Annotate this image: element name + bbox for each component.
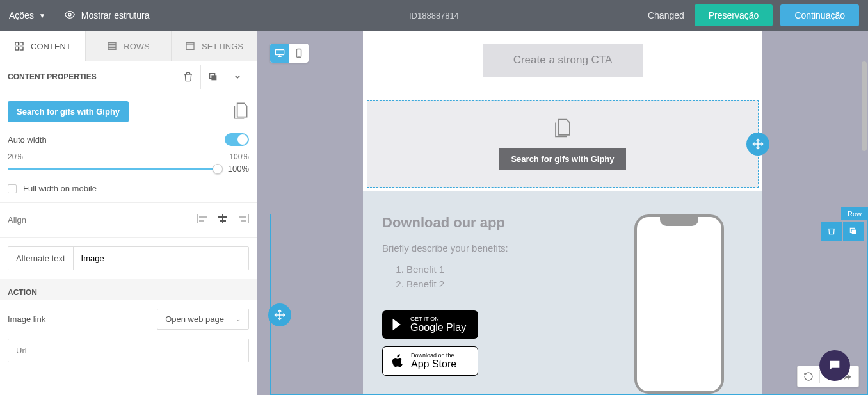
width-slider[interactable]: 20% 100% 100% <box>8 152 249 173</box>
files-icon[interactable] <box>232 101 249 123</box>
chat-button[interactable] <box>819 350 850 381</box>
delete-button[interactable] <box>176 65 200 89</box>
tab-settings[interactable]: SETTINGS <box>172 31 257 61</box>
tab-settings-label: SETTINGS <box>202 42 243 51</box>
viewport-toggle <box>270 44 309 63</box>
download-column: Download our app Briefly describe your b… <box>382 214 596 394</box>
grid-icon <box>14 41 24 51</box>
tab-content[interactable]: CONTENT <box>0 31 86 61</box>
desktop-icon <box>275 49 285 58</box>
mobile-view-button[interactable] <box>289 44 309 63</box>
svg-rect-14 <box>199 220 204 222</box>
show-structure-label: Mostrar estrutura <box>81 10 150 20</box>
move-handle[interactable] <box>746 133 769 156</box>
row-duplicate-button[interactable] <box>843 222 864 241</box>
appstore-small-text: Download on the <box>411 352 456 359</box>
slider-min-label: 20% <box>8 152 23 161</box>
align-center-button[interactable] <box>217 214 229 225</box>
url-input[interactable] <box>8 339 249 362</box>
image-link-select[interactable]: Open web page ⌄ <box>157 309 249 330</box>
history-button[interactable] <box>800 369 817 384</box>
app-store-badge[interactable]: Download on the App Store <box>382 346 478 376</box>
slider-value: 100% <box>228 164 249 173</box>
alt-text-label: Alternate text <box>8 247 74 270</box>
chevron-down-icon: ▼ <box>39 12 45 19</box>
collapse-button[interactable] <box>225 65 249 89</box>
svg-rect-4 <box>20 47 23 50</box>
checkbox-icon <box>8 184 17 193</box>
image-link-label: Image link <box>8 314 45 324</box>
svg-rect-1 <box>15 42 19 45</box>
files-icon <box>553 117 572 141</box>
copy-icon <box>849 227 858 236</box>
row-block[interactable]: Download our app Briefly describe your b… <box>363 191 762 395</box>
row-tag: Row <box>841 207 868 220</box>
svg-rect-2 <box>20 42 23 45</box>
show-structure-toggle[interactable]: Mostrar estrutura <box>65 10 150 22</box>
email-canvas: Create a strong CTA Search for gifs with… <box>363 31 762 395</box>
panel-body: Search for gifs with Giphy Auto width 20… <box>0 92 257 395</box>
svg-rect-13 <box>199 216 207 218</box>
svg-rect-5 <box>108 43 116 45</box>
row-move-handle[interactable] <box>268 303 291 326</box>
align-right-button[interactable] <box>237 214 249 225</box>
benefit-item: Benefit 2 <box>406 277 596 292</box>
changed-status: Changed <box>648 10 684 20</box>
canvas: Create a strong CTA Search for gifs with… <box>257 31 868 395</box>
chevron-down-icon <box>233 72 242 81</box>
history-icon <box>803 371 814 382</box>
rows-icon <box>107 41 117 51</box>
sidebar: CONTENT ROWS SETTINGS CONTENT PROPERTIES <box>0 31 257 395</box>
scrollbar[interactable] <box>862 61 867 151</box>
actions-label: Ações <box>9 10 34 20</box>
svg-rect-3 <box>15 47 19 50</box>
desktop-view-button[interactable] <box>270 44 289 63</box>
phone-image-column <box>615 214 743 394</box>
panel-title: CONTENT PROPERTIES <box>8 72 97 81</box>
full-width-mobile-checkbox[interactable]: Full width on mobile <box>8 184 249 193</box>
gplay-small-text: GET IT ON <box>410 316 466 322</box>
mobile-icon <box>296 48 302 58</box>
svg-rect-10 <box>211 75 216 80</box>
save-button[interactable]: Preservação <box>695 4 773 26</box>
download-description: Briefly describe your benefits: <box>382 243 596 254</box>
move-icon <box>752 138 764 150</box>
svg-rect-19 <box>239 216 246 218</box>
svg-rect-8 <box>186 43 194 50</box>
giphy-placeholder-block[interactable]: Search for gifs with Giphy <box>367 100 759 188</box>
slider-thumb[interactable] <box>213 164 223 174</box>
move-icon <box>274 309 285 321</box>
align-label: Align <box>8 215 26 225</box>
cta-button[interactable]: Create a strong CTA <box>483 44 643 77</box>
cta-block[interactable]: Create a strong CTA <box>363 31 762 96</box>
tab-content-label: CONTENT <box>31 42 71 51</box>
alt-text-input-group: Alternate text <box>8 246 249 270</box>
auto-width-toggle[interactable] <box>225 133 249 146</box>
tab-rows[interactable]: ROWS <box>86 31 172 61</box>
apple-icon <box>392 353 405 369</box>
play-icon <box>391 318 404 332</box>
continue-button[interactable]: Continuação <box>780 4 859 26</box>
trash-icon <box>827 227 836 236</box>
actions-dropdown[interactable]: Ações ▼ <box>9 10 45 20</box>
duplicate-button[interactable] <box>200 65 225 89</box>
svg-rect-21 <box>275 50 284 55</box>
svg-rect-12 <box>197 214 198 223</box>
align-left-button[interactable] <box>197 214 208 225</box>
copy-icon <box>208 72 218 82</box>
row-delete-button[interactable] <box>821 222 842 241</box>
giphy-search-button[interactable]: Search for gifs with Giphy <box>8 101 129 122</box>
google-play-badge[interactable]: GET IT ON Google Play <box>382 310 478 339</box>
alt-text-input[interactable] <box>74 247 248 270</box>
gplay-big-text: Google Play <box>410 322 466 334</box>
svg-rect-28 <box>852 230 856 234</box>
sidebar-tabs: CONTENT ROWS SETTINGS <box>0 31 257 61</box>
top-bar: Ações ▼ Mostrar estrutura ID188887814 Ch… <box>0 0 868 31</box>
document-id: ID188887814 <box>409 11 459 20</box>
giphy-search-button-canvas[interactable]: Search for gifs with Giphy <box>499 148 625 170</box>
svg-rect-6 <box>108 45 116 47</box>
tab-rows-label: ROWS <box>124 42 149 51</box>
svg-point-0 <box>68 13 71 16</box>
full-width-mobile-label: Full width on mobile <box>23 184 97 193</box>
eye-icon <box>65 10 75 22</box>
